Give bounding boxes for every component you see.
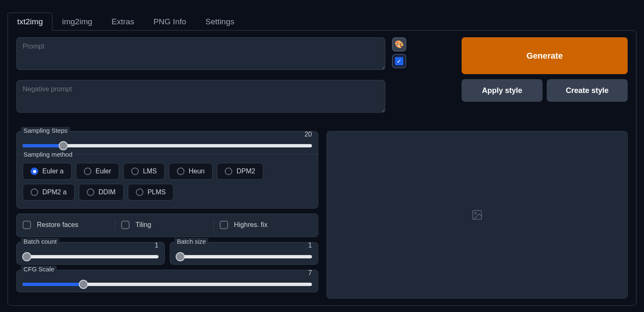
highres-fix-checkbox[interactable] xyxy=(220,221,228,229)
radio-icon xyxy=(131,168,139,175)
svg-point-1 xyxy=(475,212,476,214)
radio-icon xyxy=(225,168,232,175)
radio-lms[interactable]: LMS xyxy=(123,163,165,180)
tab-extras[interactable]: Extras xyxy=(102,13,144,31)
batch-count-label: Batch count xyxy=(21,238,59,245)
restore-faces-label: Restore faces xyxy=(37,221,78,229)
palette-icon[interactable]: 🎨 xyxy=(392,37,406,52)
radio-euler-a[interactable]: Euler a xyxy=(23,163,72,180)
radio-icon xyxy=(136,188,143,196)
radio-icon xyxy=(177,168,184,175)
batch-size-field: Batch size 1 xyxy=(170,242,318,265)
apply-style-button[interactable]: Apply style xyxy=(462,79,543,102)
radio-euler[interactable]: Euler xyxy=(76,163,119,180)
batch-size-slider[interactable] xyxy=(176,255,312,258)
negative-prompt-input[interactable] xyxy=(16,80,385,113)
tab-png-info[interactable]: PNG Info xyxy=(144,13,196,31)
radio-ddim[interactable]: DDIM xyxy=(79,184,124,201)
radio-plms[interactable]: PLMS xyxy=(128,184,174,201)
batch-count-slider[interactable] xyxy=(23,255,158,258)
cfg-scale-slider[interactable] xyxy=(23,283,312,286)
tiling-label: Tiling xyxy=(135,221,151,229)
radio-dpm2[interactable]: DPM2 xyxy=(217,163,263,180)
cfg-scale-value: 7 xyxy=(308,269,312,277)
radio-icon xyxy=(87,188,94,196)
output-preview xyxy=(327,131,628,299)
cfg-scale-label: CFG Scale xyxy=(21,266,57,273)
tab-settings[interactable]: Settings xyxy=(196,13,244,31)
tiling-checkbox[interactable] xyxy=(121,221,130,229)
generate-button[interactable]: Generate xyxy=(462,37,628,74)
checkboxes-field: Restore faces Tiling Highres. fix xyxy=(16,214,318,237)
sampling-steps-field: Sampling Steps 20 Sampling method Euler … xyxy=(16,131,318,209)
radio-icon xyxy=(84,168,91,175)
sampling-steps-slider[interactable] xyxy=(23,144,312,147)
sampling-steps-value: 20 xyxy=(304,131,312,138)
highres-fix-label: Highres. fix xyxy=(234,221,267,229)
sampling-method-options: Euler a Euler LMS Heun xyxy=(23,163,312,201)
batch-count-value: 1 xyxy=(155,242,158,249)
batch-size-value: 1 xyxy=(308,242,312,249)
batch-count-field: Batch count 1 xyxy=(16,242,165,265)
cfg-scale-field: CFG Scale 7 xyxy=(16,270,318,292)
tab-bar: txt2img img2img Extras PNG Info Settings xyxy=(0,0,644,31)
radio-dpm2-a[interactable]: DPM2 a xyxy=(23,184,75,201)
sampling-method-label: Sampling method xyxy=(21,151,75,158)
radio-icon xyxy=(31,188,38,196)
restore-faces-checkbox[interactable] xyxy=(23,221,31,229)
radio-icon xyxy=(31,168,38,175)
save-style-icon[interactable]: ✓ xyxy=(392,54,406,68)
batch-size-label: Batch size xyxy=(174,238,208,245)
prompt-input[interactable] xyxy=(16,37,385,70)
sampling-steps-label: Sampling Steps xyxy=(21,127,70,134)
image-placeholder-icon xyxy=(471,209,483,221)
checkmark-icon: ✓ xyxy=(395,57,403,65)
tab-content: 🎨 ✓ Generate Apply style Create style Sa… xyxy=(8,30,636,306)
create-style-button[interactable]: Create style xyxy=(547,79,628,102)
tab-img2img[interactable]: img2img xyxy=(52,13,102,31)
tab-txt2img[interactable]: txt2img xyxy=(8,13,52,31)
radio-heun[interactable]: Heun xyxy=(169,163,213,180)
